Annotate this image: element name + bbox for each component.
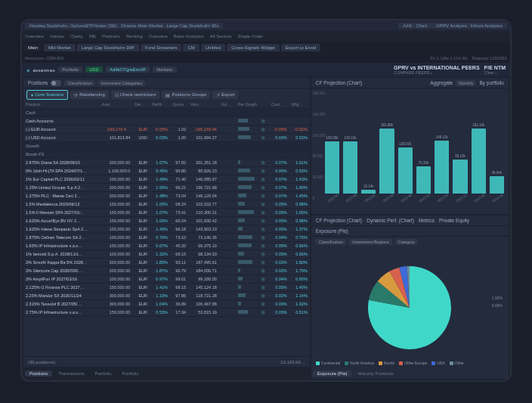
period-dropdown[interactable]: Monthly xyxy=(456,80,476,86)
table-row[interactable]: 1.375% PLC · Maree Cert 2…200,000.00EUR1… xyxy=(23,192,310,200)
legend-item[interactable]: Continental xyxy=(316,361,340,365)
pie-class-dropdown[interactable]: Classification xyxy=(316,239,346,245)
pie-tab[interactable]: Metrics xyxy=(419,218,435,223)
export-icon: ↗ xyxy=(216,92,220,98)
menu-item[interactable]: Ranking xyxy=(126,34,143,39)
legend-item[interactable]: North America xyxy=(345,361,374,365)
header-clear[interactable]: Clear › xyxy=(484,70,506,75)
table-row[interactable]: 2% Smurfit Kappa Ba 5% 2028…200,000.00EU… xyxy=(23,259,310,267)
workspace-tab[interactable]: Mid Market xyxy=(44,44,76,51)
menu-item[interactable]: Plattners xyxy=(102,34,120,39)
table-row[interactable]: 1.625% AccorIBys BV NY 2…150,000.00EUR1.… xyxy=(23,217,310,225)
bar-column[interactable]: 148.10k2023-11 xyxy=(435,135,449,200)
pie-title: Exposure (Pie) xyxy=(316,228,348,234)
menu-item[interactable]: Clarity xyxy=(70,34,83,39)
rebalancing-button[interactable]: ⟳Rebalancing xyxy=(70,91,108,99)
pill-portfolio[interactable]: Portfolio xyxy=(58,67,82,73)
bottom-tab[interactable]: Portfolio xyxy=(118,370,144,377)
table-row[interactable]: 1.875% Cellnex Telecom SA 2…100,000.00EU… xyxy=(23,234,310,242)
table-row[interactable]: 2.25% Mandor SX 2026/11/24300,000.00EUR1… xyxy=(23,292,310,300)
bar-column[interactable]: 48.04k2024-02 xyxy=(490,171,504,200)
table-row[interactable]: (-) USD Account101,813.84USD0.03%1.00101… xyxy=(23,134,310,142)
pie-bottom-tab[interactable]: Exposure (Pie) xyxy=(313,370,352,377)
bottom-tab[interactable]: Transactions xyxy=(54,370,88,377)
bottom-tab[interactable]: Positions xyxy=(25,370,52,377)
table-group[interactable]: Cash xyxy=(23,109,310,117)
folder-icon: ▤ xyxy=(165,92,170,98)
legend-item[interactable]: Other Europe xyxy=(399,361,427,365)
category-dropdown[interactable]: Instrument Categories xyxy=(98,80,145,86)
pie-tab[interactable]: Dynamic Perf. (Chart) xyxy=(367,218,414,223)
legend-item[interactable]: Other xyxy=(450,361,465,365)
by-portfolio-label: By portfolio xyxy=(479,80,504,85)
workspace-tab[interactable]: Large Cap Stockholm 30P xyxy=(77,44,139,51)
bar-column[interactable]: 145.00k2023-05 xyxy=(325,136,339,200)
menu-item[interactable]: Single Order xyxy=(237,34,263,39)
pill-markets[interactable]: Markets xyxy=(153,67,176,73)
workspace-tab[interactable]: Main xyxy=(23,44,42,51)
table-row[interactable]: 2% Glencore Cap 2028/03/0…200,000.00EUR1… xyxy=(23,267,310,275)
table-row[interactable]: 1% Eur Capital PLC 2026/02/11100,000.00E… xyxy=(23,175,310,184)
workspace-tab[interactable]: Fund Screeners xyxy=(141,44,182,51)
bar-column[interactable]: 181.10k2024-01 xyxy=(472,123,486,200)
title-tab-main[interactable]: Nasdaq Stockholm, OptionsETF/Index (SE) … xyxy=(25,23,223,29)
workspace-tab[interactable]: Untitled xyxy=(201,44,225,51)
positions-groups-button[interactable]: ▤Positions Groups xyxy=(162,91,210,99)
table-group[interactable]: Growth xyxy=(23,142,310,150)
table-row[interactable]: 2.315% Tessolof B 2027/05/…300,000.00EUR… xyxy=(23,300,310,308)
pill-usd[interactable]: USD xyxy=(85,67,103,73)
pie-bottom-tab[interactable]: Maturity Positions xyxy=(353,370,397,377)
pill-token: Aa9kOTgreEsmIP xyxy=(106,67,150,73)
workspace-tab[interactable]: Cross-Signals Widget xyxy=(227,44,280,51)
title-tab-chart[interactable]: AAK · Chart xyxy=(398,23,431,29)
menu-item[interactable]: Overview xyxy=(149,34,168,39)
title-tab-analytics[interactable]: GPRV Analysis · Infront Analytics xyxy=(431,23,507,29)
table-row[interactable]: 1% Iannotti S.p.A. 2028/11/1…100,000.00E… xyxy=(23,250,310,259)
scenario-button[interactable]: ▾Core Scenario xyxy=(26,90,68,100)
table-row[interactable]: 1.5% Medialenca 2029/06/13150,000.00EUR1… xyxy=(23,200,310,209)
header-compare[interactable]: COMPARE PEERS › xyxy=(394,70,480,75)
legend-item[interactable]: USA xyxy=(431,361,444,365)
bar-column[interactable]: 10.14k2023-07 xyxy=(361,184,376,200)
bar-column[interactable]: 75.30k2023-10 xyxy=(416,161,431,200)
export-button[interactable]: ↗Export xyxy=(212,91,238,99)
bar-column[interactable]: 181.88k2023-08 xyxy=(379,123,394,200)
refresh-icon: ⟳ xyxy=(74,92,78,98)
table-group[interactable]: Bonds FS xyxy=(23,150,310,159)
menu-item[interactable]: Overview xyxy=(25,34,44,39)
workspace-tab[interactable]: Export to Excel xyxy=(281,44,320,51)
menu-item[interactable]: ME xyxy=(89,34,96,39)
table-row[interactable]: 2.875% Diana SA 2028/09/15200,000.00EUR1… xyxy=(23,159,310,167)
pie-chart: 1.90% 0.68% ContinentalNorth AmericaNord… xyxy=(311,247,509,368)
table-row[interactable]: 1.5% Il Messari SPA 2027/01/…150,000.00E… xyxy=(23,209,310,217)
pie-tab[interactable]: CF Projection (Chart) xyxy=(316,218,362,223)
table-row[interactable]: 1.65% IP Infrastructure s.a.s…150,000.00… xyxy=(23,242,310,250)
pie-region-dropdown[interactable]: Investment Regions xyxy=(349,239,392,245)
table-row[interactable]: 0% 1tish-Hi-jTA SPA 2024/07/1…1,100,000.… xyxy=(23,167,310,175)
bar-column[interactable]: 128.00k2023-09 xyxy=(398,142,413,200)
positions-toggle[interactable] xyxy=(51,80,61,86)
positions-bottom-tabs: Positions Transactions Portfolio Portfol… xyxy=(23,368,310,379)
table-row[interactable]: 2.125% G Finance PLC 2027…150,000.00EUR1… xyxy=(23,284,310,292)
classification-dropdown[interactable]: Classification xyxy=(64,80,94,86)
table-row[interactable]: 2% AmpliFon IP 2027/02/16100,000.00EUR0.… xyxy=(23,275,310,284)
table-row[interactable]: Cash Accounts⊵ xyxy=(23,117,310,126)
positions-table[interactable]: PositionAsst.Del…Ref%QuoteValu…Vol…Per G… xyxy=(23,101,310,356)
header-metric: P/E NTM xyxy=(484,65,506,70)
table-row[interactable]: 2.75% IP Infrastructure s.a.s…150,000.00… xyxy=(23,308,310,317)
menu-item[interactable]: Indices xyxy=(50,34,64,39)
bar-column[interactable]: 145.10k2023-06 xyxy=(343,136,357,200)
legend-item[interactable]: Nordic xyxy=(379,361,394,365)
menu-item[interactable]: All Sectors xyxy=(210,34,232,39)
bottom-tab[interactable]: Portfolio xyxy=(90,370,116,377)
table-row[interactable]: 1.25% United Groupe S.p.A 2…200,000.00EU… xyxy=(23,184,310,192)
workspace-tab[interactable]: CM xyxy=(183,44,199,51)
menubar: Overview Indices Clarity ME Plattners Ra… xyxy=(22,31,510,42)
table-row[interactable]: 1.625% Intesa Sanpaolo SpA 2…150,000.00E… xyxy=(23,225,310,234)
pie-tab[interactable]: Private Equity xyxy=(439,218,469,223)
bar-column[interactable]: 95.13k2023-12 xyxy=(453,154,467,200)
table-row[interactable]: (-) EUR Account-196,170.4…EUR-0.05%1.02-… xyxy=(23,126,310,134)
pie-category-dropdown[interactable]: Category xyxy=(395,239,418,245)
check-restrictions-button[interactable]: ☑Check restrictions xyxy=(111,91,160,99)
menu-item[interactable]: Basic Analytics xyxy=(174,34,204,39)
